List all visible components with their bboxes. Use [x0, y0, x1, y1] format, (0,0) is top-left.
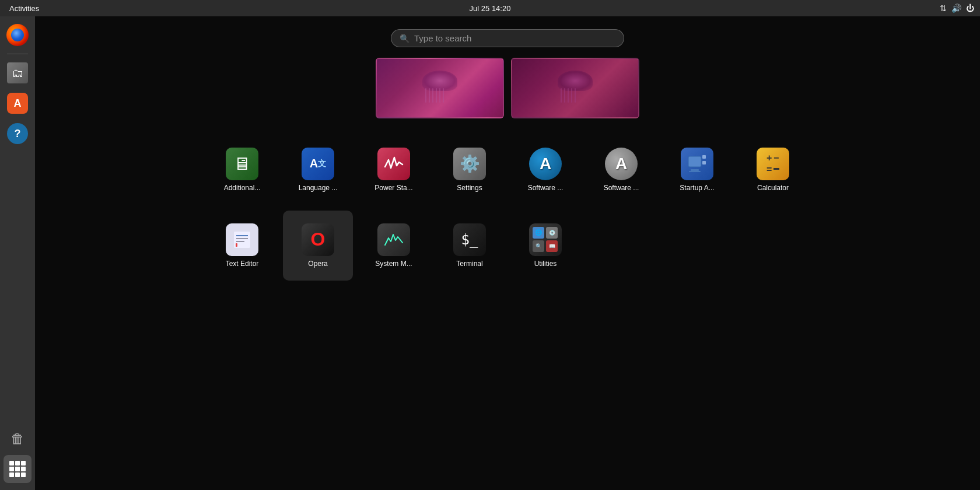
- language-support-label: Language ...: [299, 184, 338, 192]
- window-thumb-2[interactable]: [511, 58, 639, 118]
- software-properties-letter: A: [615, 155, 627, 173]
- utilities-icon: 🌐 💿 🔍 📖: [529, 223, 562, 256]
- sidebar-item-help[interactable]: ?: [4, 120, 32, 148]
- activities-button[interactable]: Activities: [6, 3, 43, 14]
- trash-icon: 🗑: [7, 428, 28, 449]
- windows-section: [376, 58, 639, 118]
- power-wave-svg: [384, 154, 404, 174]
- text-editor-label: Text Editor: [226, 260, 259, 268]
- util-mini-3: 🔍: [533, 240, 544, 252]
- calculator-display: + − = ▬: [766, 153, 779, 175]
- app-language-support[interactable]: A文 Language ...: [283, 135, 353, 205]
- appstore-icon: A: [7, 93, 28, 114]
- sidebar-item-files[interactable]: 🗂: [4, 59, 32, 87]
- system-tray: ⇅ 🔊 ⏻: [940, 4, 974, 13]
- calculator-label: Calculator: [757, 184, 789, 192]
- apps-row-2: Text Editor O Opera System M...: [207, 211, 808, 281]
- search-icon: 🔍: [400, 34, 410, 43]
- files-icon: 🗂: [7, 62, 28, 83]
- app-software-updater[interactable]: A Software ...: [510, 135, 580, 205]
- power-icon[interactable]: ⏻: [966, 4, 974, 13]
- software-updater-letter: A: [540, 155, 551, 173]
- app-calculator[interactable]: + − = ▬ Calculator: [738, 135, 808, 205]
- svg-rect-0: [688, 156, 701, 167]
- util-mini-1: 🌐: [533, 227, 544, 239]
- grid-dots-icon: [9, 461, 26, 477]
- window-thumb-1[interactable]: [376, 58, 504, 118]
- help-icon: ?: [7, 123, 28, 144]
- app-terminal[interactable]: $_ Terminal: [435, 211, 505, 281]
- search-bar[interactable]: 🔍: [391, 29, 624, 47]
- startup-label: Startup A...: [680, 184, 714, 192]
- software-updater-icon: A: [529, 148, 562, 180]
- svg-rect-1: [691, 169, 699, 171]
- system-monitor-svg: [384, 230, 404, 250]
- calculator-icon: + − = ▬: [757, 148, 789, 180]
- svg-rect-2: [689, 171, 701, 172]
- app-software-properties[interactable]: A Software ...: [586, 135, 656, 205]
- settings-label: Settings: [457, 184, 482, 192]
- terminal-label: Terminal: [456, 260, 482, 268]
- svg-rect-9: [236, 243, 237, 247]
- software-properties-label: Software ...: [604, 184, 639, 192]
- volume-icon[interactable]: 🔊: [951, 4, 961, 13]
- software-properties-icon: A: [605, 148, 638, 180]
- opera-label: Opera: [308, 260, 327, 268]
- additional-drivers-icon: 🖥: [226, 148, 258, 180]
- app-additional-drivers[interactable]: 🖥 Additional...: [207, 135, 277, 205]
- software-updater-label: Software ...: [528, 184, 564, 192]
- sidebar-item-appstore[interactable]: A: [4, 89, 32, 117]
- terminal-prompt-symbol: $_: [461, 232, 478, 248]
- network-icon: ⇅: [940, 4, 947, 13]
- firefox-icon: [6, 24, 29, 46]
- opera-icon: O: [302, 223, 334, 256]
- app-system-monitor[interactable]: System M...: [359, 211, 429, 281]
- utilities-label: Utilities: [534, 260, 557, 268]
- svg-rect-4: [702, 161, 706, 164]
- apps-row-1: 🖥 Additional... A文 Language ... Power St…: [207, 135, 808, 205]
- app-settings[interactable]: ⚙️ Settings: [435, 135, 505, 205]
- app-startup[interactable]: Startup A...: [662, 135, 732, 205]
- startup-icon: [681, 148, 713, 180]
- terminal-icon: $_: [453, 223, 486, 256]
- svg-rect-3: [702, 155, 706, 159]
- sidebar-bottom: 🗑: [4, 425, 32, 483]
- main-content: 🔍: [35, 16, 980, 490]
- app-opera[interactable]: O Opera: [283, 211, 353, 281]
- system-monitor-label: System M...: [375, 260, 412, 268]
- text-editor-svg: [232, 229, 253, 250]
- power-stats-icon: [377, 148, 410, 180]
- apps-grid: 🖥 Additional... A文 Language ... Power St…: [207, 135, 808, 281]
- settings-icon: ⚙️: [453, 148, 486, 180]
- startup-svg: [686, 153, 708, 175]
- additional-drivers-label: Additional...: [224, 184, 261, 192]
- clock: Jul 25 14:20: [470, 4, 511, 13]
- app-utilities[interactable]: 🌐 💿 🔍 📖 Utilities: [510, 211, 580, 281]
- show-apps-button[interactable]: [4, 455, 32, 483]
- util-mini-2: 💿: [546, 227, 558, 239]
- sidebar: 🗂 A ? 🗑: [0, 16, 35, 490]
- language-support-icon: A文: [302, 148, 334, 180]
- app-power-stats[interactable]: Power Sta...: [359, 135, 429, 205]
- topbar: Activities Jul 25 14:20 ⇅ 🔊 ⏻: [0, 0, 980, 16]
- utilities-grid: 🌐 💿 🔍 📖: [533, 227, 558, 253]
- opera-o-letter: O: [311, 229, 326, 250]
- jellyfish-decoration-2: [552, 71, 598, 106]
- sidebar-item-firefox[interactable]: [4, 21, 32, 49]
- sidebar-item-trash[interactable]: 🗑: [4, 425, 32, 453]
- sidebar-divider-1: [7, 54, 28, 54]
- text-editor-icon: [226, 223, 258, 256]
- search-input[interactable]: [414, 33, 615, 43]
- jellyfish-decoration-1: [416, 71, 463, 106]
- app-text-editor[interactable]: Text Editor: [207, 211, 277, 281]
- power-stats-label: Power Sta...: [374, 184, 412, 192]
- util-mini-4: 📖: [546, 240, 558, 252]
- system-monitor-icon: [377, 223, 410, 256]
